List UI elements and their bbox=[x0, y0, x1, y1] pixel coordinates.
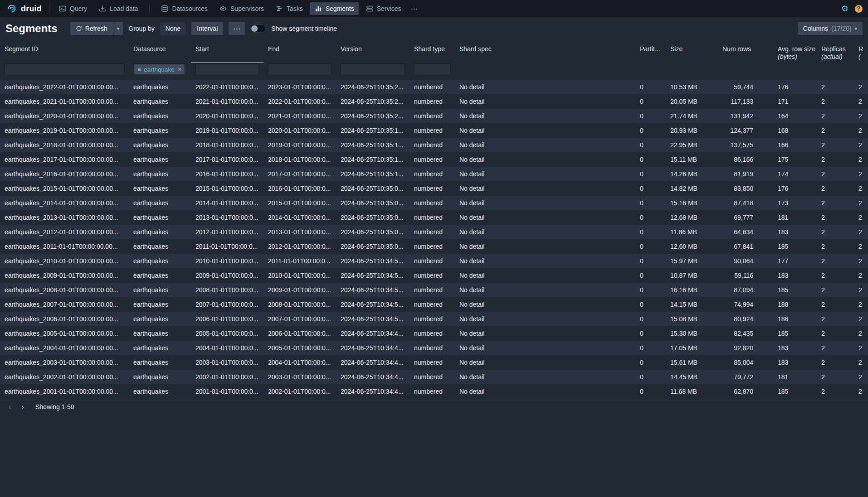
column-header-num_rows[interactable]: Num rows bbox=[718, 41, 773, 63]
version-filter-cell bbox=[336, 63, 410, 80]
column-header-shard_spec[interactable]: Shard spec bbox=[455, 41, 635, 63]
show-segment-timeline-toggle[interactable] bbox=[250, 24, 266, 33]
start-cell: 2003-01-01T00:00:0... bbox=[191, 355, 263, 370]
table-row[interactable]: earthquakes_2001-01-01T00:00:00.00...ear… bbox=[0, 384, 868, 399]
column-header-size[interactable]: Size bbox=[666, 41, 718, 63]
column-header-start[interactable]: Start bbox=[191, 41, 263, 63]
nav-more-button[interactable]: ⋯ bbox=[406, 3, 423, 15]
size-cell: 15.30 MB bbox=[666, 326, 718, 341]
num_rows-cell: 124,377 bbox=[718, 123, 773, 138]
nav-item-datasources[interactable]: Datasources bbox=[156, 2, 213, 15]
nav-item-services[interactable]: Services bbox=[361, 2, 406, 15]
datasource-cell: earthquakes bbox=[129, 341, 191, 355]
shard_type-cell: numbered bbox=[410, 341, 455, 355]
column-header-replicas[interactable]: Replicas(actual) bbox=[817, 41, 854, 63]
size-cell: 15.11 MB bbox=[666, 152, 718, 167]
segment_id-cell: earthquakes_2017-01-01T00:00:00.00... bbox=[0, 152, 129, 167]
refresh-dropdown-button[interactable]: ▾ bbox=[113, 22, 123, 35]
version-cell: 2024-06-25T10:35:0... bbox=[336, 181, 410, 196]
datasource-cell: earthquakes bbox=[129, 109, 191, 123]
table-row[interactable]: earthquakes_2019-01-01T00:00:00.00...ear… bbox=[0, 123, 868, 138]
table-row[interactable]: earthquakes_2010-01-01T00:00:00.00...ear… bbox=[0, 254, 868, 268]
remove-tag-icon[interactable]: ✕ bbox=[177, 67, 182, 72]
column-header-end[interactable]: End bbox=[263, 41, 336, 63]
more-icon: ⋯ bbox=[410, 5, 418, 13]
version-filter-input[interactable] bbox=[341, 63, 405, 75]
column-header-partition[interactable]: Partit... bbox=[635, 41, 666, 63]
column-header-version[interactable]: Version bbox=[336, 41, 410, 63]
table-row[interactable]: earthquakes_2011-01-01T00:00:00.00...ear… bbox=[0, 239, 868, 254]
table-row[interactable]: earthquakes_2020-01-01T00:00:00.00...ear… bbox=[0, 109, 868, 123]
nav-item-segments[interactable]: Segments bbox=[310, 2, 359, 15]
table-row[interactable]: earthquakes_2013-01-01T00:00:00.00...ear… bbox=[0, 210, 868, 225]
nav-item-query[interactable]: Query bbox=[54, 2, 92, 15]
columns-button[interactable]: Columns (17/20) ▾ bbox=[798, 22, 863, 35]
column-header-replication[interactable]: R( bbox=[854, 41, 868, 63]
filter-tag-text: earthquake bbox=[144, 66, 175, 73]
start-cell: 2020-01-01T00:00:0... bbox=[191, 109, 263, 123]
table-row[interactable]: earthquakes_2018-01-01T00:00:00.00...ear… bbox=[0, 138, 868, 152]
datasource-filter-input[interactable]: ≡earthquake✕ bbox=[133, 63, 186, 75]
start-cell: 2018-01-01T00:00:0... bbox=[191, 138, 263, 152]
column-header-segment_id[interactable]: Segment ID bbox=[0, 41, 129, 63]
version-cell: 2024-06-25T10:35:2... bbox=[336, 109, 410, 123]
replication-cell: 2 bbox=[854, 123, 868, 138]
table-row[interactable]: earthquakes_2008-01-01T00:00:00.00...ear… bbox=[0, 283, 868, 297]
datasource-filter-tag[interactable]: ≡earthquake✕ bbox=[134, 64, 184, 74]
group-by-none-button[interactable]: None bbox=[160, 22, 186, 35]
table-row[interactable]: earthquakes_2002-01-01T00:00:00.00...ear… bbox=[0, 370, 868, 384]
table-row[interactable]: earthquakes_2009-01-01T00:00:00.00...ear… bbox=[0, 268, 868, 283]
druid-logo[interactable]: druid bbox=[5, 3, 44, 14]
segments-icon bbox=[315, 5, 322, 12]
size-cell: 11.68 MB bbox=[666, 384, 718, 399]
shard_type-cell: numbered bbox=[410, 384, 455, 399]
avg_row_size-cell: 176 bbox=[773, 80, 817, 94]
table-row[interactable]: earthquakes_2015-01-01T00:00:00.00...ear… bbox=[0, 181, 868, 196]
table-row[interactable]: earthquakes_2016-01-01T00:00:00.00...ear… bbox=[0, 167, 868, 181]
column-header-avg_row_size[interactable]: Avg. row size(bytes) bbox=[773, 41, 817, 63]
replication-cell: 2 bbox=[854, 152, 868, 167]
shard_type-filter-input[interactable] bbox=[414, 63, 450, 75]
start-filter-input[interactable] bbox=[195, 63, 259, 75]
more-icon: ⋯ bbox=[233, 24, 240, 33]
partition-cell: 0 bbox=[635, 167, 666, 181]
num_rows-cell: 59,744 bbox=[718, 80, 773, 94]
nav-item-tasks[interactable]: Tasks bbox=[271, 2, 308, 15]
shard_spec-cell: No detail bbox=[455, 123, 635, 138]
column-header-datasource[interactable]: Datasource bbox=[129, 41, 191, 63]
partition-cell: 0 bbox=[635, 370, 666, 384]
gear-icon[interactable]: ⚙ bbox=[841, 5, 848, 13]
table-row[interactable]: earthquakes_2021-01-01T00:00:00.00...ear… bbox=[0, 94, 868, 109]
nav-item-supervisors[interactable]: Supervisors bbox=[215, 2, 269, 15]
column-header-shard_type[interactable]: Shard type bbox=[410, 41, 455, 63]
table-row[interactable]: earthquakes_2007-01-01T00:00:00.00...ear… bbox=[0, 297, 868, 312]
table-row[interactable]: earthquakes_2012-01-01T00:00:00.00...ear… bbox=[0, 225, 868, 239]
size-cell: 14.26 MB bbox=[666, 167, 718, 181]
refresh-button[interactable]: Refresh bbox=[70, 22, 113, 35]
table-row[interactable]: earthquakes_2017-01-01T00:00:00.00...ear… bbox=[0, 152, 868, 167]
group-by-interval-button[interactable]: Interval bbox=[191, 22, 223, 35]
table-row[interactable]: earthquakes_2004-01-01T00:00:00.00...ear… bbox=[0, 341, 868, 355]
table-row[interactable]: earthquakes_2003-01-01T00:00:00.00...ear… bbox=[0, 355, 868, 370]
previous-page-button[interactable]: ‹ bbox=[4, 401, 16, 412]
replicas-cell: 2 bbox=[817, 210, 854, 225]
end-cell: 2023-01-01T00:00:0... bbox=[263, 80, 336, 94]
replication-filter-cell bbox=[854, 63, 868, 80]
next-page-button[interactable]: › bbox=[16, 401, 29, 412]
datasource-cell: earthquakes bbox=[129, 152, 191, 167]
nav-item-label: Segments bbox=[326, 5, 354, 12]
table-row[interactable]: earthquakes_2005-01-01T00:00:00.00...ear… bbox=[0, 326, 868, 341]
num_rows-filter-cell bbox=[718, 63, 773, 80]
end-filter-input[interactable] bbox=[268, 63, 332, 75]
topbar-divider bbox=[149, 5, 150, 13]
more-options-button[interactable]: ⋯ bbox=[229, 22, 245, 35]
table-row[interactable]: earthquakes_2022-01-01T00:00:00.00...ear… bbox=[0, 80, 868, 94]
segment_id-cell: earthquakes_2013-01-01T00:00:00.00... bbox=[0, 210, 129, 225]
table-row[interactable]: earthquakes_2014-01-01T00:00:00.00...ear… bbox=[0, 196, 868, 210]
segment_id-filter-input[interactable] bbox=[5, 63, 124, 75]
avg_row_size-cell: 183 bbox=[773, 341, 817, 355]
table-row[interactable]: earthquakes_2006-01-01T00:00:00.00...ear… bbox=[0, 312, 868, 326]
help-icon[interactable]: ? bbox=[855, 5, 863, 13]
size-cell: 10.87 MB bbox=[666, 268, 718, 283]
nav-item-load-data[interactable]: Load data bbox=[94, 2, 143, 15]
